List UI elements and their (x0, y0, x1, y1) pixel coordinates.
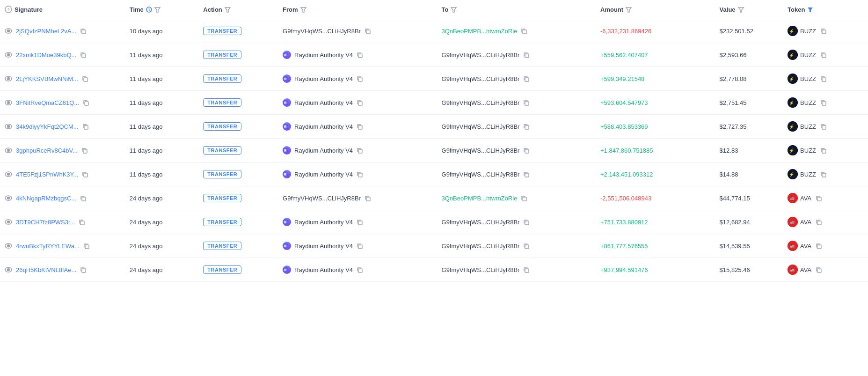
signature-link[interactable]: 22xmk1DMoe39kbQ... (16, 52, 76, 59)
signature-link[interactable]: 3gphpuRceRv8C4bV... (16, 147, 78, 154)
token-link[interactable]: BUZZ (800, 52, 816, 59)
signature-link[interactable]: 4kNNgapRMzbqgsC... (16, 195, 76, 202)
token-link[interactable]: BUZZ (800, 147, 816, 154)
token-link[interactable]: BUZZ (800, 75, 816, 82)
eye-icon[interactable] (5, 147, 12, 154)
action-badge[interactable]: TRANSFER (203, 27, 241, 35)
to-link[interactable]: 3QnBeoPMPB...htwrnZoRie (442, 195, 518, 202)
copy-from-icon[interactable] (357, 147, 363, 154)
copy-to-icon[interactable] (523, 243, 529, 249)
eye-icon[interactable] (5, 242, 12, 250)
action-filter-icon[interactable] (225, 7, 231, 13)
copy-token-icon[interactable] (816, 243, 822, 249)
copy-from-icon[interactable] (357, 243, 363, 249)
from-link[interactable]: Raydium Authority V4 (294, 219, 353, 226)
to-link[interactable]: G9fmyVHqWS...CLiHJyR8Br (442, 99, 520, 106)
action-badge[interactable]: TRANSFER (203, 122, 241, 131)
eye-icon[interactable] (5, 266, 12, 273)
eye-icon[interactable] (5, 218, 12, 226)
copy-token-icon[interactable] (816, 267, 822, 273)
token-link[interactable]: BUZZ (800, 99, 816, 106)
to-link[interactable]: G9fmyVHqWS...CLiHJyR8Br (442, 171, 520, 178)
from-filter-icon[interactable] (300, 7, 306, 13)
from-link[interactable]: Raydium Authority V4 (294, 243, 353, 250)
copy-signature-icon[interactable] (82, 76, 88, 82)
token-link[interactable]: BUZZ (800, 123, 816, 130)
token-link[interactable]: BUZZ (800, 28, 816, 35)
signature-link[interactable]: 4TE5Fzj1SPnWhK3Y... (16, 171, 78, 178)
copy-signature-icon[interactable] (80, 267, 86, 273)
eye-icon[interactable] (5, 99, 12, 106)
token-link[interactable]: AVA (800, 195, 811, 202)
action-badge[interactable]: TRANSFER (203, 265, 241, 274)
copy-token-icon[interactable] (820, 147, 826, 154)
from-link[interactable]: Raydium Authority V4 (294, 99, 353, 106)
action-badge[interactable]: TRANSFER (203, 98, 241, 107)
copy-token-icon[interactable] (820, 124, 826, 130)
eye-icon[interactable] (5, 194, 12, 202)
action-badge[interactable]: TRANSFER (203, 242, 241, 250)
to-filter-icon[interactable] (451, 7, 457, 13)
action-badge[interactable]: TRANSFER (203, 74, 241, 83)
copy-token-icon[interactable] (816, 219, 822, 225)
to-link[interactable]: 3QnBeoPMPB...htwrnZoRie (442, 28, 518, 35)
copy-to-icon[interactable] (523, 76, 529, 82)
copy-signature-icon[interactable] (83, 243, 89, 249)
copy-from-icon[interactable] (357, 219, 363, 225)
value-filter-icon[interactable] (738, 7, 744, 13)
copy-to-icon[interactable] (523, 124, 529, 130)
signature-link[interactable]: 2LjYKKSVBMwNNiM... (16, 75, 78, 82)
eye-icon[interactable] (5, 51, 12, 59)
copy-token-icon[interactable] (820, 28, 826, 34)
copy-signature-icon[interactable] (82, 124, 88, 130)
copy-to-icon[interactable] (523, 171, 529, 177)
token-link[interactable]: BUZZ (800, 171, 816, 178)
time-filter-icon[interactable] (154, 7, 160, 13)
copy-to-icon[interactable] (523, 52, 529, 58)
to-link[interactable]: G9fmyVHqWS...CLiHJyR8Br (442, 147, 520, 154)
to-link[interactable]: G9fmyVHqWS...CLiHJyR8Br (442, 75, 520, 82)
from-link[interactable]: G9fmyVHqWS...CLiHJyR8Br (283, 195, 361, 202)
copy-signature-icon[interactable] (82, 171, 88, 177)
clock-icon[interactable] (146, 7, 152, 13)
copy-signature-icon[interactable] (81, 147, 88, 154)
copy-to-icon[interactable] (521, 195, 527, 201)
from-link[interactable]: Raydium Authority V4 (294, 52, 353, 59)
copy-signature-icon[interactable] (79, 219, 85, 225)
to-link[interactable]: G9fmyVHqWS...CLiHJyR8Br (442, 219, 520, 226)
copy-from-icon[interactable] (357, 267, 363, 273)
copy-token-icon[interactable] (820, 100, 826, 106)
action-badge[interactable]: TRANSFER (203, 146, 241, 155)
eye-icon[interactable] (5, 170, 12, 178)
copy-token-icon[interactable] (820, 76, 826, 82)
action-badge[interactable]: TRANSFER (203, 218, 241, 226)
action-badge[interactable]: TRANSFER (203, 51, 241, 59)
copy-from-icon[interactable] (357, 171, 363, 177)
token-link[interactable]: AVA (800, 266, 811, 273)
signature-link[interactable]: 3FNitRveQmaCZ61Q... (16, 99, 79, 106)
eye-icon[interactable] (5, 75, 12, 82)
copy-to-icon[interactable] (523, 267, 529, 273)
copy-from-icon[interactable] (365, 28, 371, 34)
copy-from-icon[interactable] (357, 100, 363, 106)
eye-icon[interactable] (5, 27, 12, 35)
from-link[interactable]: G9fmyVHqWS...CLiHJyR8Br (283, 28, 361, 35)
copy-to-icon[interactable] (521, 28, 527, 34)
copy-token-icon[interactable] (816, 195, 822, 201)
copy-token-icon[interactable] (820, 52, 826, 58)
signature-link[interactable]: 26qH5KbKtVNL8fAe... (16, 266, 76, 273)
to-link[interactable]: G9fmyVHqWS...CLiHJyR8Br (442, 52, 520, 59)
copy-to-icon[interactable] (523, 147, 529, 154)
signature-link[interactable]: 3DT9CH7fz8PWS3r... (16, 219, 75, 226)
copy-token-icon[interactable] (820, 171, 826, 177)
copy-to-icon[interactable] (523, 100, 529, 106)
copy-signature-icon[interactable] (80, 195, 86, 201)
copy-from-icon[interactable] (357, 76, 363, 82)
action-badge[interactable]: TRANSFER (203, 170, 241, 178)
eye-icon[interactable] (5, 123, 12, 130)
copy-signature-icon[interactable] (80, 28, 86, 34)
signature-link[interactable]: 34k9diyyYkFqt2QCM... (16, 123, 79, 130)
from-link[interactable]: Raydium Authority V4 (294, 147, 353, 154)
to-link[interactable]: G9fmyVHqWS...CLiHJyR8Br (442, 123, 520, 130)
question-icon[interactable]: ? (5, 6, 12, 13)
